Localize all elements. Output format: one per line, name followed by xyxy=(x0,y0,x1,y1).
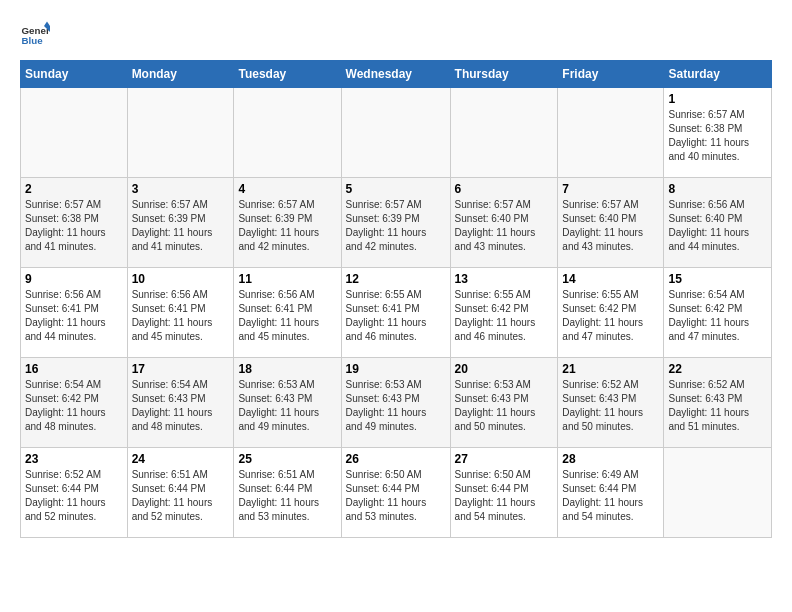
calendar-cell: 18Sunrise: 6:53 AM Sunset: 6:43 PM Dayli… xyxy=(234,358,341,448)
calendar-cell: 26Sunrise: 6:50 AM Sunset: 6:44 PM Dayli… xyxy=(341,448,450,538)
calendar-cell xyxy=(341,88,450,178)
day-info: Sunrise: 6:56 AM Sunset: 6:41 PM Dayligh… xyxy=(25,288,123,344)
day-info: Sunrise: 6:57 AM Sunset: 6:39 PM Dayligh… xyxy=(238,198,336,254)
day-number: 25 xyxy=(238,452,336,466)
day-number: 4 xyxy=(238,182,336,196)
day-number: 20 xyxy=(455,362,554,376)
day-number: 6 xyxy=(455,182,554,196)
day-number: 26 xyxy=(346,452,446,466)
svg-marker-2 xyxy=(44,22,50,27)
calendar-cell: 4Sunrise: 6:57 AM Sunset: 6:39 PM Daylig… xyxy=(234,178,341,268)
calendar-cell: 6Sunrise: 6:57 AM Sunset: 6:40 PM Daylig… xyxy=(450,178,558,268)
day-info: Sunrise: 6:53 AM Sunset: 6:43 PM Dayligh… xyxy=(346,378,446,434)
calendar-cell: 9Sunrise: 6:56 AM Sunset: 6:41 PM Daylig… xyxy=(21,268,128,358)
day-number: 23 xyxy=(25,452,123,466)
calendar-cell: 1Sunrise: 6:57 AM Sunset: 6:38 PM Daylig… xyxy=(664,88,772,178)
day-number: 19 xyxy=(346,362,446,376)
day-number: 12 xyxy=(346,272,446,286)
day-number: 15 xyxy=(668,272,767,286)
day-number: 5 xyxy=(346,182,446,196)
day-number: 9 xyxy=(25,272,123,286)
day-info: Sunrise: 6:57 AM Sunset: 6:38 PM Dayligh… xyxy=(668,108,767,164)
day-number: 14 xyxy=(562,272,659,286)
calendar-cell: 24Sunrise: 6:51 AM Sunset: 6:44 PM Dayli… xyxy=(127,448,234,538)
day-info: Sunrise: 6:53 AM Sunset: 6:43 PM Dayligh… xyxy=(238,378,336,434)
day-number: 22 xyxy=(668,362,767,376)
day-info: Sunrise: 6:54 AM Sunset: 6:42 PM Dayligh… xyxy=(25,378,123,434)
calendar-cell: 3Sunrise: 6:57 AM Sunset: 6:39 PM Daylig… xyxy=(127,178,234,268)
day-number: 13 xyxy=(455,272,554,286)
header-sunday: Sunday xyxy=(21,61,128,88)
calendar-cell: 12Sunrise: 6:55 AM Sunset: 6:41 PM Dayli… xyxy=(341,268,450,358)
calendar-cell: 20Sunrise: 6:53 AM Sunset: 6:43 PM Dayli… xyxy=(450,358,558,448)
calendar-cell: 23Sunrise: 6:52 AM Sunset: 6:44 PM Dayli… xyxy=(21,448,128,538)
day-info: Sunrise: 6:56 AM Sunset: 6:41 PM Dayligh… xyxy=(238,288,336,344)
header-friday: Friday xyxy=(558,61,664,88)
calendar-table: SundayMondayTuesdayWednesdayThursdayFrid… xyxy=(20,60,772,538)
day-info: Sunrise: 6:57 AM Sunset: 6:38 PM Dayligh… xyxy=(25,198,123,254)
day-number: 8 xyxy=(668,182,767,196)
calendar-cell: 22Sunrise: 6:52 AM Sunset: 6:43 PM Dayli… xyxy=(664,358,772,448)
day-info: Sunrise: 6:52 AM Sunset: 6:43 PM Dayligh… xyxy=(668,378,767,434)
calendar-cell xyxy=(21,88,128,178)
day-info: Sunrise: 6:56 AM Sunset: 6:41 PM Dayligh… xyxy=(132,288,230,344)
header-saturday: Saturday xyxy=(664,61,772,88)
day-info: Sunrise: 6:55 AM Sunset: 6:42 PM Dayligh… xyxy=(455,288,554,344)
calendar-cell: 27Sunrise: 6:50 AM Sunset: 6:44 PM Dayli… xyxy=(450,448,558,538)
calendar-cell xyxy=(450,88,558,178)
day-info: Sunrise: 6:57 AM Sunset: 6:40 PM Dayligh… xyxy=(562,198,659,254)
day-number: 28 xyxy=(562,452,659,466)
day-info: Sunrise: 6:53 AM Sunset: 6:43 PM Dayligh… xyxy=(455,378,554,434)
calendar-cell xyxy=(234,88,341,178)
calendar-cell: 17Sunrise: 6:54 AM Sunset: 6:43 PM Dayli… xyxy=(127,358,234,448)
day-number: 2 xyxy=(25,182,123,196)
calendar-cell xyxy=(664,448,772,538)
svg-text:Blue: Blue xyxy=(22,35,44,46)
day-info: Sunrise: 6:50 AM Sunset: 6:44 PM Dayligh… xyxy=(346,468,446,524)
calendar-cell: 28Sunrise: 6:49 AM Sunset: 6:44 PM Dayli… xyxy=(558,448,664,538)
day-info: Sunrise: 6:52 AM Sunset: 6:43 PM Dayligh… xyxy=(562,378,659,434)
calendar-cell: 10Sunrise: 6:56 AM Sunset: 6:41 PM Dayli… xyxy=(127,268,234,358)
calendar-cell: 2Sunrise: 6:57 AM Sunset: 6:38 PM Daylig… xyxy=(21,178,128,268)
day-number: 3 xyxy=(132,182,230,196)
day-info: Sunrise: 6:55 AM Sunset: 6:42 PM Dayligh… xyxy=(562,288,659,344)
day-info: Sunrise: 6:54 AM Sunset: 6:43 PM Dayligh… xyxy=(132,378,230,434)
day-number: 10 xyxy=(132,272,230,286)
day-info: Sunrise: 6:55 AM Sunset: 6:41 PM Dayligh… xyxy=(346,288,446,344)
week-row-3: 16Sunrise: 6:54 AM Sunset: 6:42 PM Dayli… xyxy=(21,358,772,448)
logo: General Blue xyxy=(20,20,50,50)
day-number: 16 xyxy=(25,362,123,376)
day-number: 1 xyxy=(668,92,767,106)
day-number: 7 xyxy=(562,182,659,196)
calendar-cell xyxy=(558,88,664,178)
calendar-cell: 21Sunrise: 6:52 AM Sunset: 6:43 PM Dayli… xyxy=(558,358,664,448)
day-info: Sunrise: 6:51 AM Sunset: 6:44 PM Dayligh… xyxy=(132,468,230,524)
day-info: Sunrise: 6:52 AM Sunset: 6:44 PM Dayligh… xyxy=(25,468,123,524)
calendar-cell: 19Sunrise: 6:53 AM Sunset: 6:43 PM Dayli… xyxy=(341,358,450,448)
calendar-cell: 16Sunrise: 6:54 AM Sunset: 6:42 PM Dayli… xyxy=(21,358,128,448)
calendar-cell: 5Sunrise: 6:57 AM Sunset: 6:39 PM Daylig… xyxy=(341,178,450,268)
week-row-2: 9Sunrise: 6:56 AM Sunset: 6:41 PM Daylig… xyxy=(21,268,772,358)
day-number: 27 xyxy=(455,452,554,466)
calendar-cell: 13Sunrise: 6:55 AM Sunset: 6:42 PM Dayli… xyxy=(450,268,558,358)
header-tuesday: Tuesday xyxy=(234,61,341,88)
day-info: Sunrise: 6:50 AM Sunset: 6:44 PM Dayligh… xyxy=(455,468,554,524)
day-number: 17 xyxy=(132,362,230,376)
page-header: General Blue xyxy=(20,20,772,50)
calendar-cell: 14Sunrise: 6:55 AM Sunset: 6:42 PM Dayli… xyxy=(558,268,664,358)
calendar-cell xyxy=(127,88,234,178)
day-info: Sunrise: 6:57 AM Sunset: 6:40 PM Dayligh… xyxy=(455,198,554,254)
calendar-cell: 8Sunrise: 6:56 AM Sunset: 6:40 PM Daylig… xyxy=(664,178,772,268)
calendar-cell: 15Sunrise: 6:54 AM Sunset: 6:42 PM Dayli… xyxy=(664,268,772,358)
calendar-cell: 25Sunrise: 6:51 AM Sunset: 6:44 PM Dayli… xyxy=(234,448,341,538)
week-row-1: 2Sunrise: 6:57 AM Sunset: 6:38 PM Daylig… xyxy=(21,178,772,268)
calendar-cell: 11Sunrise: 6:56 AM Sunset: 6:41 PM Dayli… xyxy=(234,268,341,358)
day-number: 11 xyxy=(238,272,336,286)
week-row-0: 1Sunrise: 6:57 AM Sunset: 6:38 PM Daylig… xyxy=(21,88,772,178)
calendar-body: 1Sunrise: 6:57 AM Sunset: 6:38 PM Daylig… xyxy=(21,88,772,538)
calendar-header: SundayMondayTuesdayWednesdayThursdayFrid… xyxy=(21,61,772,88)
day-info: Sunrise: 6:57 AM Sunset: 6:39 PM Dayligh… xyxy=(346,198,446,254)
day-info: Sunrise: 6:51 AM Sunset: 6:44 PM Dayligh… xyxy=(238,468,336,524)
day-number: 18 xyxy=(238,362,336,376)
day-info: Sunrise: 6:56 AM Sunset: 6:40 PM Dayligh… xyxy=(668,198,767,254)
